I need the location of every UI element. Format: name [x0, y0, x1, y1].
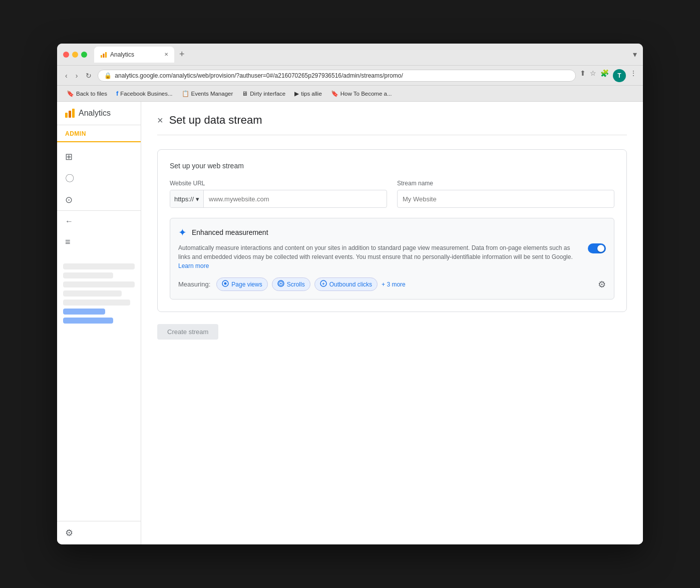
- svg-rect-0: [101, 55, 102, 58]
- logo-bar-2: [69, 111, 71, 118]
- tab-bar: Analytics ✕ +: [94, 47, 629, 63]
- website-url-group: Website URL https:// ▾: [170, 180, 387, 208]
- nav-bar: ‹ › ↻ 🔒 analytics.google.com/analytics/w…: [57, 66, 643, 86]
- bookmark-facebook[interactable]: f Facebook Busines...: [113, 88, 176, 99]
- dialog-close-button[interactable]: ×: [157, 115, 163, 126]
- tab-close-icon[interactable]: ✕: [164, 52, 168, 57]
- fullscreen-traffic-light[interactable]: [81, 52, 87, 58]
- close-traffic-light[interactable]: [63, 52, 69, 58]
- sidebar-logo: Analytics: [57, 102, 141, 125]
- url-display: analytics.google.com/analytics/web/provi…: [115, 72, 569, 79]
- sparkle-icon: ✦: [178, 226, 187, 238]
- sidebar-back-button[interactable]: ←: [57, 210, 141, 232]
- active-tab[interactable]: Analytics ✕: [94, 47, 174, 63]
- sidebar-bottom: ⚙: [57, 521, 141, 544]
- main-content: Analytics ADMIN ⊞ 〇 ⊙ ← ≡: [57, 102, 643, 544]
- badge-page-views: Page views: [216, 277, 267, 291]
- reload-button[interactable]: ↻: [84, 70, 94, 82]
- badge-scrolls: Scrolls: [272, 277, 310, 291]
- bookmark-label-how-to: How To Become a...: [340, 91, 392, 97]
- bookmark-how-to[interactable]: 🔖 How To Become a...: [327, 89, 396, 99]
- traffic-lights: [63, 52, 87, 58]
- nav-actions: ⬆ ☆ 🧩 T ⋮: [580, 69, 637, 82]
- sidebar-gear-icon[interactable]: ⚙: [65, 528, 73, 538]
- scrolls-icon: [277, 280, 284, 288]
- explore-icon: ⊙: [65, 194, 73, 205]
- stream-name-input[interactable]: [397, 190, 614, 208]
- bookmarks-bar: 🔖 Back to files f Facebook Busines... 📋 …: [57, 86, 643, 102]
- back-arrow-icon: ←: [65, 217, 73, 226]
- sidebar-nav: ⊞ 〇 ⊙ ← ≡: [57, 142, 141, 256]
- bookmark-label-facebook: Facebook Busines...: [120, 91, 172, 97]
- user-avatar[interactable]: T: [613, 69, 626, 82]
- bookmark-label-dirty: Dirty interface: [250, 91, 285, 97]
- setup-card: Set up your web stream Website URL https…: [157, 149, 627, 312]
- sidebar-item-4: [63, 290, 122, 297]
- minimize-traffic-light[interactable]: [72, 52, 78, 58]
- outbound-clicks-icon: +: [320, 280, 327, 288]
- sidebar-nav-reports[interactable]: 〇: [57, 167, 141, 189]
- forward-button[interactable]: ›: [74, 70, 80, 82]
- bookmark-label-events: Events Manager: [191, 91, 233, 97]
- measuring-gear-icon[interactable]: ⚙: [598, 279, 606, 290]
- stream-name-group: Stream name: [397, 180, 614, 208]
- svg-point-7: [280, 283, 281, 284]
- home-icon: ⊞: [65, 151, 73, 162]
- extensions-icon[interactable]: 🧩: [600, 69, 609, 82]
- measuring-label: Measuring:: [178, 280, 210, 288]
- toggle-thumb: [597, 245, 604, 252]
- scrolls-label: Scrolls: [287, 281, 305, 288]
- bookmark-label-tips: tips allie: [301, 91, 322, 97]
- svg-rect-1: [103, 54, 105, 58]
- enhanced-description: Automatically measure interactions and c…: [178, 243, 582, 270]
- sidebar-content: [57, 256, 141, 331]
- admin-label: ADMIN: [65, 125, 133, 141]
- dialog-header: × Set up data stream: [157, 114, 627, 135]
- new-tab-button[interactable]: +: [176, 49, 188, 60]
- create-stream-button[interactable]: Create stream: [157, 324, 218, 340]
- logo-bar-1: [65, 113, 68, 118]
- protocol-select[interactable]: https:// ▾: [170, 190, 204, 207]
- url-input[interactable]: [204, 190, 387, 207]
- sidebar-nav-explore[interactable]: ⊙: [57, 189, 141, 210]
- enhanced-measurement-section: ✦ Enhanced measurement Automatically mea…: [170, 218, 614, 300]
- page-views-icon: [222, 280, 229, 288]
- svg-text:+: +: [322, 281, 324, 286]
- bookmark-icon-facebook: f: [116, 90, 118, 97]
- address-bar[interactable]: 🔒 analytics.google.com/analytics/web/pro…: [98, 70, 576, 82]
- sidebar-item-1: [63, 263, 135, 269]
- bookmark-dirty[interactable]: 🖥 Dirty interface: [238, 89, 289, 99]
- bookmark-tips[interactable]: ▶ tips allie: [291, 89, 325, 99]
- more-measurements-link[interactable]: + 3 more: [382, 281, 406, 288]
- sidebar-nav-home[interactable]: ⊞: [57, 146, 141, 167]
- sidebar-nav-list[interactable]: ≡: [57, 232, 141, 252]
- back-button[interactable]: ‹: [63, 70, 70, 82]
- page-area: × Set up data stream Set up your web str…: [141, 102, 643, 544]
- bookmark-icon-dirty: 🖥: [242, 90, 248, 97]
- reports-icon: 〇: [65, 172, 74, 184]
- badge-outbound-clicks: + Outbound clicks: [314, 277, 378, 291]
- bookmark-icon-events: 📋: [182, 90, 189, 97]
- sidebar-item-5: [63, 300, 130, 306]
- bookmark-events[interactable]: 📋 Events Manager: [178, 89, 237, 99]
- title-bar-actions: ▾: [633, 50, 637, 59]
- svg-rect-2: [105, 52, 107, 58]
- more-options-icon[interactable]: ⋮: [630, 69, 637, 82]
- bookmark-icon-tips: ▶: [294, 90, 299, 97]
- sidebar-admin-tab[interactable]: ADMIN: [57, 125, 141, 142]
- dialog-title: Set up data stream: [169, 114, 262, 127]
- protocol-chevron: ▾: [196, 195, 199, 203]
- bookmark-label-back: Back to files: [76, 91, 107, 97]
- tab-favicon: [100, 51, 107, 58]
- bookmark-back-to-files[interactable]: 🔖 Back to files: [63, 89, 111, 99]
- enhanced-toggle[interactable]: [588, 243, 606, 253]
- url-input-wrapper: https:// ▾: [170, 190, 387, 208]
- learn-more-link[interactable]: Learn more: [178, 262, 209, 269]
- sidebar-item-3: [63, 281, 135, 287]
- tab-title: Analytics: [110, 51, 134, 58]
- card-section-title: Set up your web stream: [170, 162, 614, 170]
- bookmark-icon[interactable]: ☆: [590, 69, 596, 82]
- sidebar-item-2: [63, 272, 113, 278]
- share-icon[interactable]: ⬆: [580, 69, 586, 82]
- sidebar-item-7: [63, 318, 113, 324]
